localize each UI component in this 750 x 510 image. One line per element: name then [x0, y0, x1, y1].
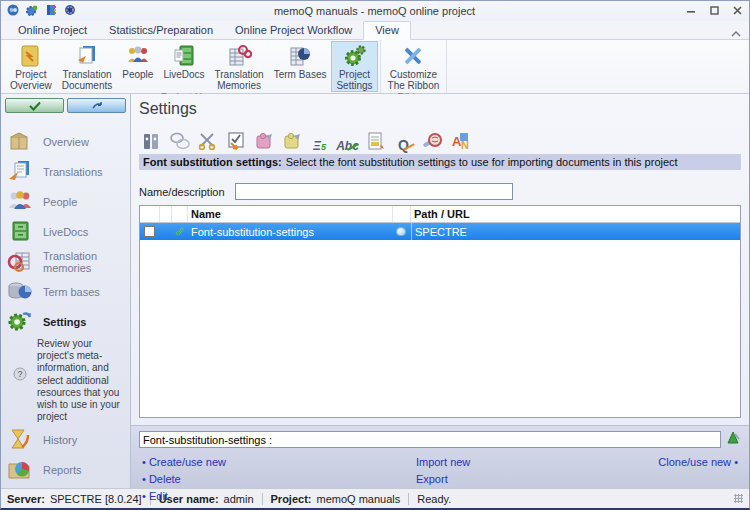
- remote-resource-icon: [396, 227, 406, 236]
- term-bases-icon: [287, 44, 313, 68]
- window-controls: [673, 2, 743, 20]
- sidebar-item-overview[interactable]: Overview: [1, 127, 130, 157]
- translation-documents-button[interactable]: Translation Documents: [57, 41, 118, 92]
- segmentation-rules-icon[interactable]: [195, 129, 220, 152]
- ribbon-group-project-home: Project Overview Translation Documents P…: [3, 40, 381, 93]
- actions-panel: Create/use new Delete Edit Properties Im…: [131, 425, 749, 488]
- translation-documents-icon: [74, 44, 100, 68]
- maximize-button[interactable]: [710, 2, 720, 20]
- translation-memories-button[interactable]: Translation Memories: [210, 41, 269, 92]
- settings-gear-icon: [6, 309, 36, 335]
- lqa-models-icon[interactable]: Q: [391, 129, 416, 152]
- sidebar-item-translations[interactable]: Translations: [1, 157, 130, 187]
- button-label: LiveDocs: [163, 69, 204, 80]
- content-area: Overview Translations People LiveDocs Tr…: [1, 94, 749, 488]
- button-label: Project: [15, 69, 46, 80]
- sidebar-item-people[interactable]: People: [1, 187, 130, 217]
- project-overview-button[interactable]: Project Overview: [5, 41, 57, 92]
- sidebar-item-settings[interactable]: Settings: [1, 307, 130, 337]
- info-bar-label: Font substitution settings:: [143, 156, 282, 168]
- tab-online-project[interactable]: Online Project: [7, 22, 98, 39]
- edit-resource-icon[interactable]: [726, 430, 741, 449]
- ribbon-tab-row: Online Project Statistics/Preparation On…: [1, 21, 749, 40]
- project-settings-button[interactable]: Project Settings: [331, 41, 377, 92]
- table-header: Name Path / URL: [140, 206, 740, 223]
- server-value: SPECTRE [8.0.24]: [50, 493, 142, 505]
- customize-ribbon-button[interactable]: Customize The Ribbon: [383, 41, 445, 92]
- customize-ribbon-icon: [400, 44, 426, 68]
- button-label: Memories: [217, 80, 261, 91]
- sidebar-item-translation-memories[interactable]: Translation memories: [1, 247, 130, 277]
- apply-changes-button[interactable]: [5, 98, 64, 113]
- options-gear-icon[interactable]: [26, 2, 38, 20]
- people-button[interactable]: People: [117, 41, 158, 92]
- row-path: SPECTRE: [411, 223, 740, 240]
- people-icon: [125, 44, 151, 68]
- collapse-ribbon-chevron-icon[interactable]: [731, 24, 741, 42]
- history-hourglass-icon: [6, 427, 36, 453]
- name-description-filter-input[interactable]: [235, 183, 513, 200]
- translation-memories-icon: [226, 44, 252, 68]
- settings-description-text: Review your project's meta-information, …: [37, 338, 120, 422]
- qa-settings-icon[interactable]: [223, 129, 248, 152]
- button-label: People: [122, 69, 153, 80]
- edit-link[interactable]: Edit: [142, 489, 226, 504]
- tm-settings-icon[interactable]: [251, 129, 276, 152]
- tab-statistics-preparation[interactable]: Statistics/Preparation: [98, 22, 224, 39]
- livedocs-cabinet-icon: [6, 219, 36, 245]
- clone-use-new-link[interactable]: Clone/use new: [658, 455, 738, 470]
- resource-console-icon[interactable]: [45, 2, 57, 20]
- button-label: Project: [339, 69, 370, 80]
- sidebar-item-label: People: [43, 196, 77, 208]
- font-substitution-icon[interactable]: AN: [447, 129, 472, 152]
- sidebar-item-history[interactable]: History: [1, 425, 130, 455]
- sidebar-item-reports[interactable]: Reports: [1, 455, 130, 485]
- refresh-button[interactable]: [67, 98, 126, 113]
- center-links-column: Import new Export: [416, 455, 470, 489]
- info-bar-text: Select the font substitution settings to…: [286, 156, 678, 168]
- sidebar-item-term-bases[interactable]: Term bases: [1, 277, 130, 307]
- close-button[interactable]: [733, 2, 743, 20]
- export-path-rules-icon[interactable]: [363, 129, 388, 152]
- memoq-logo-icon[interactable]: [7, 2, 19, 20]
- overview-box-icon: [6, 129, 36, 155]
- communication-settings-icon[interactable]: [167, 129, 192, 152]
- people-icon: [6, 189, 36, 215]
- minimize-button[interactable]: [687, 2, 697, 20]
- project-settings-icon: [342, 44, 368, 68]
- create-use-new-link[interactable]: Create/use new: [142, 455, 226, 470]
- export-link[interactable]: Export: [416, 472, 470, 487]
- properties-link[interactable]: Properties: [142, 506, 226, 510]
- button-label: Documents: [62, 80, 113, 91]
- tab-view[interactable]: View: [363, 21, 411, 40]
- sidebar-item-label: Settings: [43, 316, 86, 328]
- header-status-column: [172, 206, 188, 222]
- left-links-column: Create/use new Delete Edit Properties: [142, 455, 226, 510]
- filter-row: Name/description: [139, 183, 741, 200]
- button-label: Term Bases: [274, 69, 327, 80]
- sidebar-item-livedocs[interactable]: LiveDocs: [1, 217, 130, 247]
- selected-resource-input[interactable]: [139, 431, 721, 448]
- header-path-url: Path / URL: [411, 206, 740, 222]
- import-new-link[interactable]: Import new: [416, 455, 470, 470]
- table-row[interactable]: ✓ Font-substitution-settings SPECTRE: [140, 223, 740, 240]
- action-links: Create/use new Delete Edit Properties Im…: [139, 455, 741, 510]
- general-settings-icon[interactable]: [139, 129, 164, 152]
- livedocs-button[interactable]: LiveDocs: [158, 41, 209, 92]
- svg-text:?: ?: [17, 369, 22, 379]
- right-links-column: Clone/use new: [658, 455, 738, 472]
- button-label: Translation: [62, 69, 111, 80]
- livedocs-settings-icon[interactable]: [279, 129, 304, 152]
- non-translatable-lists-icon[interactable]: [419, 129, 444, 152]
- auto-translation-rules-icon[interactable]: Ξ5: [307, 129, 332, 152]
- ribbon-group-ribbon: Customize The Ribbon Ribbon: [381, 40, 448, 93]
- term-bases-button[interactable]: Term Bases: [269, 41, 332, 92]
- sidebar: Overview Translations People LiveDocs Tr…: [1, 94, 131, 488]
- row-checkbox[interactable]: [144, 226, 155, 237]
- tab-online-project-workflow[interactable]: Online Project Workflow: [224, 22, 363, 39]
- server-admin-icon[interactable]: [64, 2, 76, 20]
- ignore-lists-icon[interactable]: Abc: [335, 129, 360, 152]
- header-name: Name: [188, 206, 393, 222]
- delete-link[interactable]: Delete: [142, 472, 226, 487]
- button-label: Translation: [215, 69, 264, 80]
